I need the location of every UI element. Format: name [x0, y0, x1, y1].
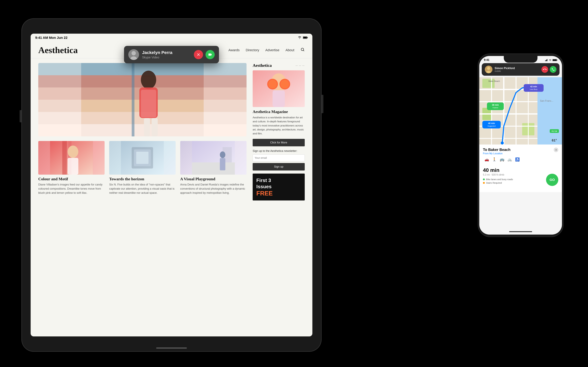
- ipad-time: 9:41 AM Mon Jun 22: [35, 36, 68, 40]
- warning-text-1: Bike lanes and busy roads: [486, 178, 513, 181]
- battery-icon: [303, 36, 308, 40]
- destination-title: To Baker Beach: [483, 148, 510, 152]
- svg-point-50: [487, 67, 490, 70]
- destination-panel: To Baker Beach From My Location ✕ 🚗 🚶 🚌 …: [479, 144, 562, 167]
- travel-detail: 5.3 mi · 500 ft climb: [483, 173, 558, 176]
- card-image-2: [109, 141, 175, 175]
- svg-rect-25: [68, 158, 78, 175]
- ipad-home-indicator: [156, 347, 187, 349]
- card-image-3: [180, 141, 247, 175]
- svg-rect-31: [192, 162, 235, 175]
- battery-icon: [553, 59, 557, 61]
- svg-text:40 min: 40 min: [488, 122, 495, 125]
- promo-text-line2: Issues: [256, 184, 301, 190]
- card-title-2[interactable]: Towards the horizon: [109, 177, 175, 181]
- accept-video-call-button[interactable]: [206, 50, 215, 59]
- iphone-time: 9:41: [484, 58, 489, 62]
- svg-rect-48: [553, 59, 557, 61]
- svg-rect-43: [546, 60, 546, 61]
- svg-rect-5: [303, 37, 307, 38]
- svg-point-15: [141, 71, 156, 89]
- iphone-bottom-panel: 40 min 5.3 mi · 500 ft climb Bike lanes …: [479, 167, 562, 192]
- svg-point-6: [301, 48, 304, 51]
- svg-rect-8: [81, 63, 204, 75]
- bike-transport-icon[interactable]: 🚲: [508, 157, 512, 162]
- svg-rect-13: [81, 124, 204, 136]
- svg-rect-4: [307, 37, 308, 38]
- card-desc-1: Diane Villadsen's images feed our appeti…: [38, 183, 104, 195]
- svg-rect-22: [62, 141, 67, 175]
- wheelchair-transport-icon[interactable]: ♿: [515, 157, 520, 162]
- sidebar-magazine-title: Aesthetica Magazine: [253, 109, 305, 114]
- search-icon[interactable]: [300, 47, 305, 53]
- call-info: Jackelyn Perra Skype Video: [142, 50, 191, 59]
- iphone-accept-button[interactable]: [550, 66, 556, 73]
- ipad-call-notification: Jackelyn Perra Skype Video: [124, 46, 219, 63]
- go-navigation-button[interactable]: GO: [546, 174, 558, 186]
- svg-point-1: [131, 51, 136, 55]
- svg-text:38 min: 38 min: [492, 104, 499, 106]
- ipad-main-column: Colour and Motif Diane Villadsen's image…: [38, 63, 247, 200]
- destination-info: To Baker Beach From My Location: [483, 148, 510, 155]
- svg-text:Less Busy: Less Busy: [530, 88, 538, 90]
- svg-point-24: [68, 146, 78, 158]
- nav-link-awards[interactable]: Awards: [228, 48, 240, 52]
- sidebar-logo: Aesthetica: [253, 63, 272, 68]
- ipad-status-bar: 9:41 AM Mon Jun 22: [31, 34, 312, 42]
- travel-time: 40 min: [483, 167, 558, 173]
- nav-link-about[interactable]: About: [285, 48, 294, 52]
- card-title-3[interactable]: A Visual Playground: [180, 177, 247, 181]
- iphone-home-bar: [509, 231, 532, 232]
- svg-rect-14: [132, 63, 134, 136]
- sidebar-img-bg: [253, 70, 305, 107]
- sidebar-magazine-image: [253, 70, 305, 107]
- decline-call-button[interactable]: [194, 50, 203, 59]
- site-logo[interactable]: Aesthetica: [38, 45, 78, 55]
- signal-icon: [545, 59, 548, 61]
- iphone-call-banner: Simon Pickford mobile: [482, 63, 560, 76]
- svg-rect-19: [152, 118, 158, 136]
- wifi-icon: [298, 36, 301, 40]
- svg-rect-18: [144, 118, 150, 136]
- svg-rect-45: [547, 59, 547, 61]
- bike-lane-dot: [483, 178, 485, 180]
- sidebar-lines: — — —: [295, 64, 305, 67]
- nav-links: Awards Directory Advertise About: [228, 47, 305, 53]
- hero-image: [38, 63, 247, 136]
- walk-transport-icon[interactable]: 🚶: [492, 157, 497, 162]
- ipad-content: Colour and Motif Diane Villadsen's image…: [31, 58, 312, 205]
- card-image-1: [38, 141, 104, 175]
- ipad-frame: Jackelyn Perra Skype Video: [21, 18, 321, 352]
- nav-link-advertise[interactable]: Advertise: [265, 48, 279, 52]
- iphone-status-icons: [545, 59, 557, 61]
- promo-block: First 3 Issues FREE: [253, 174, 305, 200]
- caller-avatar: [128, 49, 139, 60]
- svg-text:San Franc...: San Franc...: [540, 100, 553, 102]
- svg-text:61°: 61°: [552, 138, 557, 142]
- iphone-notch: [504, 56, 537, 63]
- close-destination-button[interactable]: ✕: [554, 148, 558, 152]
- transit-transport-icon[interactable]: 🚌: [500, 157, 504, 162]
- ipad-side-button[interactable]: [20, 110, 21, 122]
- svg-rect-47: [557, 60, 557, 60]
- warning-text-2: Stairs Required: [486, 182, 502, 184]
- nav-link-directory[interactable]: Directory: [246, 48, 259, 52]
- card-title-1[interactable]: Colour and Motif: [38, 177, 104, 181]
- signup-button[interactable]: Sign up: [253, 163, 305, 170]
- sidebar-magazine-desc: Aesthetica is a worldwide destination fo…: [253, 116, 305, 136]
- email-input[interactable]: [253, 154, 305, 161]
- svg-rect-41: [273, 90, 285, 107]
- scene: Jackelyn Perra Skype Video: [0, 0, 588, 367]
- iphone-map[interactable]: 40 min Suggested 38 min Fastest 42 min L…: [479, 77, 562, 144]
- iphone-call-info: Simon Pickford mobile: [495, 67, 539, 72]
- ipad-sidebar: Aesthetica — — —: [253, 63, 305, 200]
- car-transport-icon[interactable]: 🚗: [484, 157, 489, 162]
- click-for-more-button[interactable]: Click for More: [253, 139, 305, 146]
- iphone-decline-button[interactable]: [541, 66, 548, 73]
- svg-text:FLY 34: FLY 34: [552, 130, 557, 132]
- iphone-screen: 9:41: [479, 56, 562, 234]
- iphone-caller-sub: mobile: [495, 70, 539, 72]
- ipad-volume-button[interactable]: [321, 95, 323, 113]
- svg-text:42 min: 42 min: [530, 85, 537, 88]
- iphone-call-buttons: [541, 66, 556, 73]
